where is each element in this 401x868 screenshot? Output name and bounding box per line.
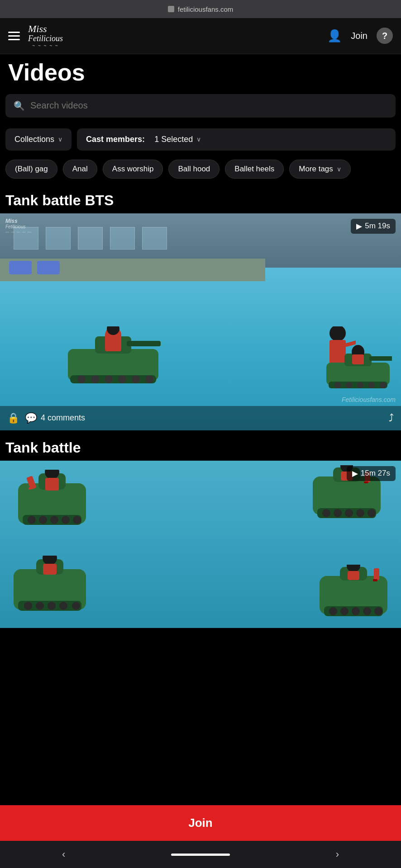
svg-point-30	[39, 516, 47, 524]
more-tags-button[interactable]: More tags ∨	[289, 160, 351, 179]
comments-text-1: 4 comments	[41, 413, 85, 423]
svg-point-21	[368, 382, 375, 388]
svg-point-3	[91, 375, 99, 383]
nav-back-icon[interactable]: ‹	[62, 849, 65, 860]
svg-rect-71	[374, 568, 379, 580]
svg-point-44	[356, 509, 364, 517]
float-tank-1	[14, 470, 91, 528]
video-thumbnail-1[interactable]: Miss Fetilicious — — — — — ▶ 5m 19s 🔒 💬 …	[0, 213, 401, 430]
site-watermark-1: Fetiliciousfans.com	[342, 396, 396, 403]
logo[interactable]: Miss Fetilicious ~ ~ ~ ~ ~	[28, 24, 63, 48]
tag-anal[interactable]: Anal	[63, 160, 97, 179]
tag-ballet-heels[interactable]: Ballet heels	[225, 160, 284, 179]
svg-point-33	[73, 516, 81, 524]
pool-deck	[0, 259, 265, 281]
collections-chevron-icon: ∨	[58, 136, 62, 143]
main-tank-svg	[63, 326, 163, 385]
window-4	[110, 227, 135, 250]
page-title: Videos	[0, 54, 401, 94]
svg-point-5	[118, 375, 126, 383]
svg-rect-12	[105, 335, 121, 351]
deck-chair-2	[37, 261, 60, 274]
duration-badge-1: ▶ 5m 19s	[351, 219, 396, 234]
pool-scene-1: Miss Fetilicious — — — — — ▶ 5m 19s 🔒 💬 …	[0, 213, 401, 430]
svg-rect-36	[45, 478, 59, 491]
svg-point-32	[62, 516, 70, 524]
svg-point-18	[334, 382, 341, 388]
header-left: Miss Fetilicious ~ ~ ~ ~ ~	[8, 24, 63, 48]
float-tank-4	[315, 565, 392, 619]
svg-point-6	[132, 375, 140, 383]
tag-ass-worship[interactable]: Ass worship	[103, 160, 163, 179]
svg-point-4	[105, 375, 113, 383]
svg-point-45	[368, 509, 376, 517]
svg-point-13	[329, 326, 346, 341]
window-5	[142, 227, 167, 250]
browser-url: fetiliciousfans.com	[178, 5, 234, 13]
svg-rect-60	[43, 564, 57, 575]
hamburger-menu[interactable]	[8, 32, 20, 40]
svg-point-53	[24, 602, 32, 610]
logo-miss: Miss	[28, 24, 63, 34]
cast-members-filter[interactable]: Cast members: 1 Selected ∨	[77, 128, 396, 151]
duration-text-1: 5m 19s	[365, 222, 390, 231]
svg-rect-24	[369, 356, 392, 361]
svg-point-2	[77, 375, 86, 383]
logo-fetilicious: Fetilicious	[28, 34, 63, 43]
svg-point-31	[50, 516, 58, 524]
lock-icon-1: 🔒	[7, 412, 19, 424]
duration-text-2: 15m 27s	[361, 469, 390, 478]
svg-point-20	[357, 382, 363, 388]
header-right: 👤 Join ?	[327, 28, 393, 44]
svg-point-64	[340, 607, 348, 615]
window-2	[46, 227, 71, 250]
svg-point-7	[145, 375, 153, 383]
svg-point-56	[59, 602, 67, 610]
tag-ball-gag[interactable]: (Ball) gag	[5, 160, 57, 179]
bottom-nav-bar: ‹ ›	[0, 841, 401, 868]
video-thumbnail-2[interactable]: ▶ 15m 27s	[0, 461, 401, 628]
search-bar: 🔍	[5, 94, 396, 118]
svg-point-29	[28, 516, 36, 524]
filters-row: Collections ∨ Cast members: 1 Selected ∨	[0, 128, 401, 160]
svg-point-54	[36, 602, 44, 610]
svg-point-57	[72, 602, 80, 610]
join-bar[interactable]: Join	[0, 805, 401, 841]
svg-point-22	[380, 382, 386, 388]
cast-members-label: Cast members:	[86, 135, 145, 144]
video-title-2: Tank battle	[0, 439, 401, 461]
svg-point-55	[48, 602, 56, 610]
play-icon-2: ▶	[352, 469, 358, 478]
deck-chair-1	[9, 261, 32, 274]
help-icon[interactable]: ?	[377, 28, 393, 44]
browser-favicon	[168, 6, 174, 12]
collections-label: Collections	[14, 135, 54, 144]
join-bar-label: Join	[188, 816, 212, 830]
video-footer-left-1: 🔒 💬 4 comments	[7, 412, 85, 424]
join-button-header[interactable]: Join	[351, 31, 368, 41]
user-icon[interactable]: 👤	[327, 29, 342, 43]
window-3	[78, 227, 103, 250]
svg-point-41	[322, 509, 330, 517]
duration-badge-2: ▶ 15m 27s	[347, 466, 396, 481]
tag-ball-hood[interactable]: Ball hood	[168, 160, 220, 179]
search-input[interactable]	[30, 100, 387, 111]
svg-rect-26	[352, 354, 364, 364]
app-header: Miss Fetilicious ~ ~ ~ ~ ~ 👤 Join ?	[0, 18, 401, 54]
tags-row: (Ball) gag Anal Ass worship Ball hood Ba…	[0, 160, 401, 192]
cast-members-chevron-icon: ∨	[196, 136, 201, 143]
logo-watermark: Miss Fetilicious — — — — —	[5, 218, 32, 234]
share-icon-1[interactable]: ⤴	[389, 412, 394, 424]
comment-icon-1: 💬	[25, 412, 37, 424]
nav-forward-icon[interactable]: ›	[336, 849, 339, 860]
logo-decorative: ~ ~ ~ ~ ~	[28, 43, 63, 48]
nav-indicator	[171, 854, 230, 856]
svg-point-43	[345, 509, 353, 517]
svg-point-42	[334, 509, 342, 517]
collections-filter[interactable]: Collections ∨	[5, 128, 72, 151]
svg-rect-70	[348, 571, 359, 580]
comments-count-1[interactable]: 💬 4 comments	[25, 412, 85, 424]
svg-point-65	[352, 607, 360, 615]
play-icon-1: ▶	[356, 222, 362, 231]
svg-rect-9	[127, 341, 161, 346]
